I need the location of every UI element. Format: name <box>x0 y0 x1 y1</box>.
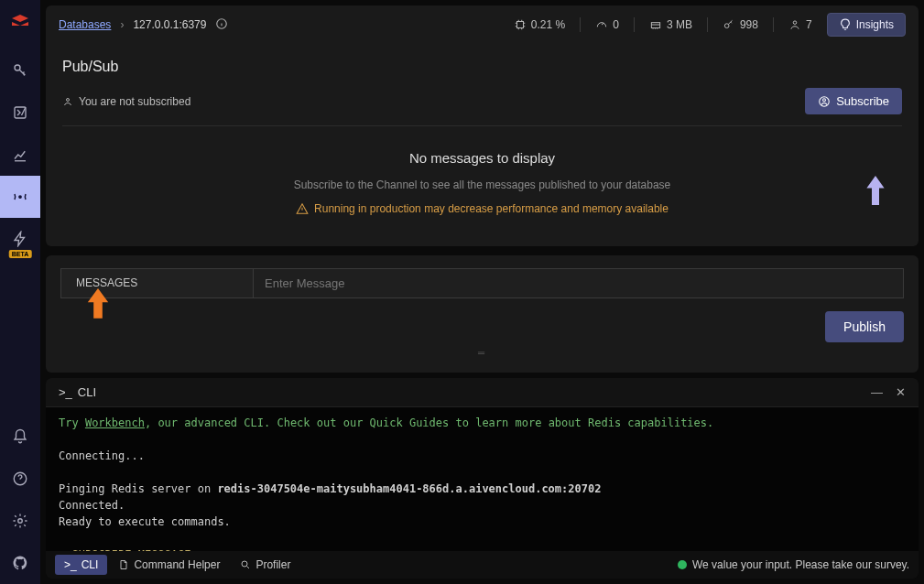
sidebar-item-settings[interactable] <box>0 500 40 542</box>
tab-cli[interactable]: >_ CLI <box>55 555 107 575</box>
sidebar-item-workbench[interactable] <box>0 92 40 134</box>
cli-text: , our advanced CLI. Check out our Quick … <box>145 416 713 429</box>
prompt-icon: >_ <box>59 385 72 399</box>
annotation-arrow-orange <box>82 285 114 321</box>
cli-title: CLI <box>78 385 96 399</box>
svg-point-0 <box>15 65 20 70</box>
stat-memory-value: 3 MB <box>667 18 692 31</box>
person-icon <box>62 96 73 107</box>
empty-title: No messages to display <box>62 150 902 166</box>
svg-rect-7 <box>651 23 659 28</box>
tab-command-helper[interactable]: Command Helper <box>109 555 229 575</box>
cli-text: Pinging Redis server on <box>59 482 217 495</box>
survey-bar[interactable]: We value your input. Please take our sur… <box>678 558 909 571</box>
svg-rect-6 <box>516 22 523 28</box>
svg-point-9 <box>793 21 797 25</box>
document-icon <box>118 559 129 570</box>
pubsub-panel: Pub/Sub You are not subscribed Subscribe… <box>46 44 919 246</box>
breadcrumb-separator: › <box>120 18 124 31</box>
svg-point-2 <box>19 196 21 198</box>
tab-profiler[interactable]: Profiler <box>231 555 299 575</box>
cli-text: Connecting... <box>59 448 906 464</box>
redis-logo[interactable] <box>9 11 31 33</box>
sidebar-item-keys[interactable] <box>0 49 40 92</box>
insights-label: Insights <box>856 18 894 31</box>
svg-point-10 <box>67 98 70 101</box>
tab-helper-label: Command Helper <box>134 558 220 571</box>
resize-grip[interactable]: ═ <box>60 348 904 358</box>
subscription-status: You are not subscribed <box>79 95 190 108</box>
empty-hint: Subscribe to the Channel to see all the … <box>62 178 902 191</box>
stat-keys-value: 998 <box>740 18 758 31</box>
stat-clients[interactable]: 7 <box>788 18 812 31</box>
stat-latency[interactable]: 0 <box>595 18 619 31</box>
tab-profiler-label: Profiler <box>255 558 290 571</box>
sidebar-item-github[interactable] <box>0 542 40 584</box>
svg-point-13 <box>242 561 247 567</box>
cli-link-workbench[interactable]: Workbench <box>85 416 145 429</box>
stat-latency-value: 0 <box>613 18 619 31</box>
cli-text: Try <box>59 416 85 429</box>
cli-text: Ready to execute commands. <box>59 514 906 530</box>
minimize-icon[interactable]: — <box>871 385 883 399</box>
survey-text: We value your input. Please take our sur… <box>692 558 909 571</box>
close-icon[interactable]: ✕ <box>896 385 906 399</box>
empty-state: No messages to display Subscribe to the … <box>62 126 902 224</box>
annotation-arrow-purple <box>860 172 891 209</box>
stat-keys[interactable]: 998 <box>723 18 758 31</box>
sidebar-item-triggers[interactable]: BETA <box>0 218 40 260</box>
prompt-icon: >_ <box>64 558 77 571</box>
stat-cpu[interactable]: 0.21 % <box>514 18 565 31</box>
sidebar-item-notifications[interactable] <box>0 416 40 458</box>
sidebar-item-analytics[interactable] <box>0 134 40 176</box>
sidebar: BETA <box>0 0 40 584</box>
cli-tabs: >_ CLI Command Helper Profiler We value … <box>46 551 919 579</box>
svg-point-8 <box>724 24 729 28</box>
main-content: Databases › 127.0.0.1:6379 0.21 % 0 3 MB <box>40 0 924 584</box>
messages-panel: MESSAGES Publish ═ <box>46 255 919 373</box>
status-dot-icon <box>678 560 687 569</box>
cli-text: Connected. <box>59 497 906 514</box>
magnify-icon <box>240 559 251 570</box>
stats-bar: 0.21 % 0 3 MB 998 7 <box>514 13 906 37</box>
svg-point-12 <box>823 98 826 101</box>
stat-cpu-value: 0.21 % <box>531 18 565 31</box>
pubsub-title: Pub/Sub <box>62 59 902 75</box>
breadcrumb-root[interactable]: Databases <box>59 18 111 31</box>
publish-button[interactable]: Publish <box>825 311 904 342</box>
cli-panel: >_ CLI — ✕ Try Workbench, our advanced C… <box>46 378 919 579</box>
cli-header: >_ CLI — ✕ <box>46 378 919 407</box>
cli-host: redis-3047504e-maitysubham4041-866d.a.ai… <box>217 482 601 495</box>
info-icon[interactable] <box>215 17 228 33</box>
cli-output[interactable]: Try Workbench, our advanced CLI. Check o… <box>46 407 919 551</box>
tab-cli-label: CLI <box>82 558 99 571</box>
stat-memory[interactable]: 3 MB <box>649 18 692 31</box>
svg-point-4 <box>18 519 23 524</box>
sidebar-item-pubsub[interactable] <box>0 176 40 218</box>
beta-badge: BETA <box>9 250 32 258</box>
topbar: Databases › 127.0.0.1:6379 0.21 % 0 3 MB <box>46 5 919 44</box>
subscribe-label: Subscribe <box>836 94 889 108</box>
breadcrumb-current: 127.0.0.1:6379 <box>133 18 206 31</box>
stat-clients-value: 7 <box>806 18 812 31</box>
message-input[interactable] <box>253 268 904 298</box>
warning-icon <box>296 202 309 215</box>
subscribe-button[interactable]: Subscribe <box>805 88 902 114</box>
warning-text: Running in production may decrease perfo… <box>314 202 669 215</box>
insights-button[interactable]: Insights <box>827 13 906 37</box>
sidebar-item-help[interactable] <box>0 458 40 500</box>
